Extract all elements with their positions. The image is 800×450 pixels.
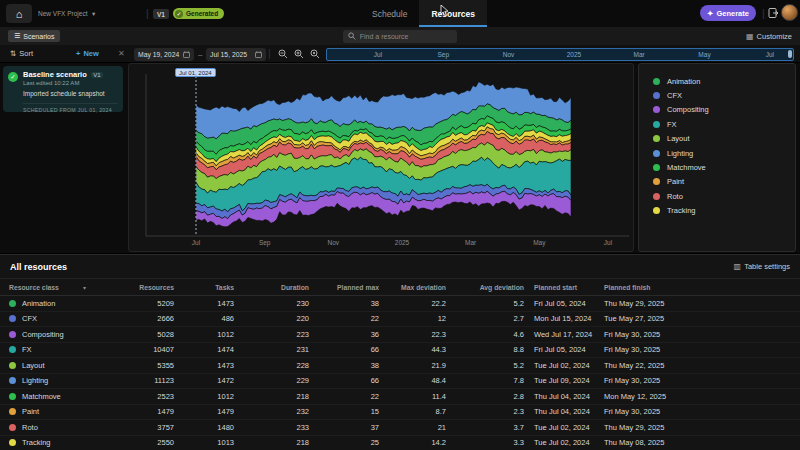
avg-deviation-value: 2.7 xyxy=(446,314,524,323)
legend-item[interactable]: Layout xyxy=(653,132,795,146)
plus-icon: + xyxy=(76,49,80,58)
svg-text:Nov: Nov xyxy=(328,239,340,246)
search-input[interactable] xyxy=(360,33,452,40)
legend-item[interactable]: Roto xyxy=(653,189,795,203)
avg-deviation-value: 5.2 xyxy=(446,299,524,308)
planned-start-value: Wed Jul 17, 2024 xyxy=(530,330,604,339)
legend-item[interactable]: Compositing xyxy=(653,103,795,117)
planned-max-value: 25 xyxy=(309,438,379,447)
check-circle-icon: ✓ xyxy=(8,72,18,82)
date-from-field[interactable]: May 19, 2024 xyxy=(134,48,194,61)
legend-item[interactable]: Lighting xyxy=(653,146,795,160)
generate-button[interactable]: ✦Generate xyxy=(700,5,756,21)
home-button[interactable]: ⌂ xyxy=(6,4,32,23)
max-deviation-value: 22.3 xyxy=(379,330,446,339)
scenarios-button[interactable]: ☰Scenarios xyxy=(8,30,60,42)
sort-button[interactable]: ⇅Sort xyxy=(10,49,33,58)
scenario-card[interactable]: ✓ Baseline scenarioV1 Last edited 10:22 … xyxy=(3,66,123,112)
table-row[interactable]: Compositing 5028 1012 223 36 22.3 4.6 We… xyxy=(0,327,800,343)
resources-value: 2550 xyxy=(113,438,174,447)
resources-value: 5028 xyxy=(113,330,174,339)
table-row[interactable]: CFX 2666 486 220 22 12 2.7 Mon Jul 15, 2… xyxy=(0,312,800,328)
export-icon[interactable] xyxy=(767,7,779,19)
table-row[interactable]: Animation 5209 1473 230 38 22.2 5.2 Fri … xyxy=(0,296,800,312)
columns-icon: ▥ xyxy=(734,262,742,271)
tab-schedule[interactable]: Schedule xyxy=(360,0,419,27)
column-header[interactable]: Tasks xyxy=(174,284,234,291)
legend-color-dot xyxy=(653,135,660,142)
list-icon: ☰ xyxy=(14,32,20,40)
timeline-month-label: 2025 xyxy=(567,51,581,58)
max-deviation-value: 48.4 xyxy=(379,376,446,385)
table-row[interactable]: Matchmove 2523 1012 218 22 11.4 2.8 Thu … xyxy=(0,389,800,405)
max-deviation-value: 12 xyxy=(379,314,446,323)
legend-label: FX xyxy=(667,120,677,129)
table-row[interactable]: Lighting 11123 1472 229 66 48.4 7.8 Tue … xyxy=(0,374,800,390)
timeline-range-selector[interactable]: JulSepNov2025MarMayJul xyxy=(326,48,794,61)
divider: | xyxy=(268,48,271,59)
column-header[interactable]: Resources xyxy=(113,284,174,291)
legend-label: Roto xyxy=(667,192,683,201)
close-icon[interactable]: ✕ xyxy=(118,49,125,58)
planned-finish-value: Mon May 12, 2025 xyxy=(604,392,714,401)
legend-label: Tracking xyxy=(667,206,695,215)
sort-chevron-icon: ▾ xyxy=(83,285,86,291)
column-header[interactable]: Planned start xyxy=(530,284,604,291)
column-header[interactable]: Planned max xyxy=(309,284,379,291)
planned-start-value: Tue Jul 02, 2024 xyxy=(530,438,604,447)
max-deviation-value: 44.3 xyxy=(379,345,446,354)
table-row[interactable]: Tracking 2550 1013 218 25 14.2 3.3 Tue J… xyxy=(0,436,800,450)
svg-text:2025: 2025 xyxy=(395,239,410,246)
resources-value: 5355 xyxy=(113,361,174,370)
table-row[interactable]: Layout 5355 1473 228 38 21.9 5.2 Tue Jul… xyxy=(0,358,800,374)
max-deviation-value: 14.2 xyxy=(379,438,446,447)
tasks-value: 1472 xyxy=(174,376,234,385)
legend-item[interactable]: CFX xyxy=(653,88,795,102)
legend-color-dot xyxy=(653,78,660,85)
timeline-toolbar: ⇅Sort +New ✕ May 19, 2024 – Jul 15, 2025… xyxy=(0,45,800,63)
column-header[interactable]: Planned finish xyxy=(604,284,714,291)
table-row[interactable]: Paint 1479 1479 232 15 8.7 2.3 Thu Jul 0… xyxy=(0,405,800,421)
tab-resources[interactable]: Resources xyxy=(419,0,486,27)
streamgraph-chart[interactable]: JulSepNov2025MarMayJul xyxy=(129,64,633,251)
date-range-dash: – xyxy=(198,50,202,59)
top-bar: ⌂ New VFX Project ▾ Baseline scenario ▾ … xyxy=(0,0,800,27)
timeline-drag-handle[interactable] xyxy=(788,50,792,58)
legend-item[interactable]: Animation xyxy=(653,74,795,88)
zoom-fit-icon[interactable] xyxy=(310,49,320,59)
duration-value: 218 xyxy=(234,438,309,447)
max-deviation-value: 21.9 xyxy=(379,361,446,370)
resources-value: 1479 xyxy=(113,407,174,416)
table-row[interactable]: FX 10407 1474 231 66 44.3 8.8 Fri Jul 05… xyxy=(0,343,800,359)
planned-start-value: Tue Jul 02, 2024 xyxy=(530,423,604,432)
search-box[interactable] xyxy=(343,30,457,43)
legend-label: Matchmove xyxy=(667,163,706,172)
resource-class-label: Lighting xyxy=(22,376,48,385)
table-title-bar: All resources ▥Table settings xyxy=(0,255,800,279)
legend-item[interactable]: FX xyxy=(653,117,795,131)
legend-item[interactable]: Matchmove xyxy=(653,160,795,174)
zoom-out-icon[interactable] xyxy=(278,49,288,59)
table-row[interactable]: Roto 3757 1480 233 37 21 3.7 Tue Jul 02,… xyxy=(0,420,800,436)
avatar[interactable] xyxy=(781,4,798,21)
project-name[interactable]: New VFX Project xyxy=(38,10,88,17)
date-to-field[interactable]: Jul 15, 2025 xyxy=(206,48,266,61)
legend-item[interactable]: Paint xyxy=(653,175,795,189)
table-title: All resources xyxy=(10,262,67,272)
table-settings-button[interactable]: ▥Table settings xyxy=(734,262,790,271)
tasks-value: 1012 xyxy=(174,392,234,401)
zoom-in-icon[interactable] xyxy=(294,49,304,59)
resource-class-dot xyxy=(9,331,16,338)
column-header[interactable]: Avg deviation xyxy=(446,284,524,291)
legend-item[interactable]: Tracking xyxy=(653,204,795,218)
planned-start-value: Tue Jul 09, 2024 xyxy=(530,376,604,385)
planned-max-value: 22 xyxy=(309,392,379,401)
customize-button[interactable]: ▦Customize xyxy=(746,30,792,42)
column-header[interactable]: Max deviation xyxy=(379,284,446,291)
max-deviation-value: 21 xyxy=(379,423,446,432)
duration-value: 220 xyxy=(234,314,309,323)
new-button[interactable]: +New xyxy=(76,49,99,58)
timeline-month-label: May xyxy=(698,51,710,58)
column-header[interactable]: Resource class▾ xyxy=(9,284,113,291)
column-header[interactable]: Duration xyxy=(234,284,309,291)
